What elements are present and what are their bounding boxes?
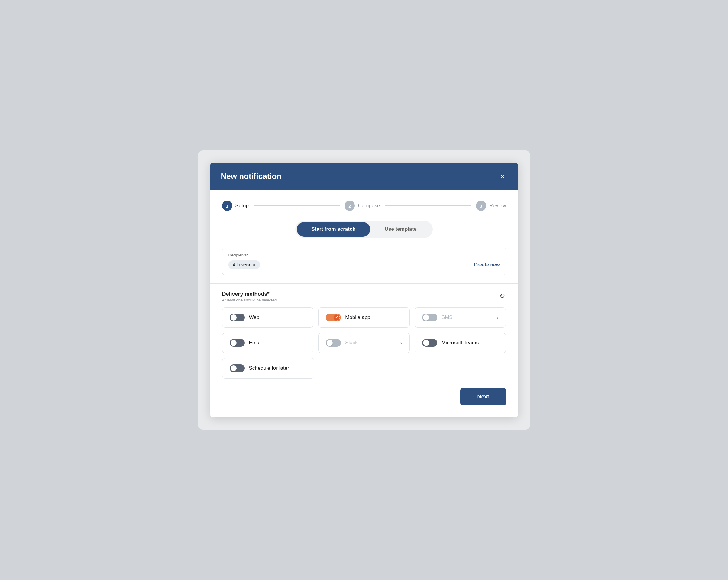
modal-body: 1 Setup 2 Compose 3 Review [210,190,518,418]
recipients-label: Recipients* [229,253,500,257]
delivery-label-slack: Slack [345,340,358,346]
step-2: 2 Compose [344,201,380,211]
delivery-label-microsoft-teams: Microsoft Teams [442,340,479,346]
schedule-row: Schedule for later [222,358,314,378]
delivery-label-sms: SMS [442,314,453,320]
toggle-web[interactable] [230,314,245,321]
toggle-mobile-app[interactable] [326,314,341,321]
toggle-sms[interactable] [422,314,437,321]
step-line-2 [385,205,471,206]
create-new-link[interactable]: Create new [474,262,499,268]
close-button[interactable]: × [498,171,507,181]
schedule-label: Schedule for later [249,365,289,371]
modal-wrapper: New notification × 1 Setup 2 Compose [198,151,530,429]
delivery-header-text: Delivery methods* At least one should be… [222,291,277,302]
delivery-methods-title: Delivery methods* [222,291,277,297]
delivery-label-email: Email [249,340,262,346]
delivery-card-sms: SMS › [415,307,506,328]
step-1: 1 Setup [222,201,249,211]
steps-indicator: 1 Setup 2 Compose 3 Review [222,201,506,211]
recipients-section: Recipients* All users ✕ Create new [222,248,506,275]
step-1-label: Setup [235,203,249,209]
tab-template-button[interactable]: Use template [370,222,431,237]
step-3-label: Review [489,203,506,209]
step-line-1 [254,205,340,206]
step-1-circle: 1 [222,201,232,211]
delivery-methods-subtitle: At least one should be selected [222,298,277,302]
section-divider [210,283,518,284]
step-3-circle: 3 [476,201,486,211]
delivery-header: Delivery methods* At least one should be… [222,291,506,302]
toggle-microsoft-teams[interactable] [422,339,437,347]
next-button[interactable]: Next [460,388,506,405]
step-3: 3 Review [476,201,506,211]
modal-footer: Next [222,388,506,405]
step-2-circle: 2 [344,201,355,211]
step-2-label: Compose [358,203,380,209]
slack-arrow-icon: › [400,340,402,346]
delivery-card-web: Web [222,307,314,328]
recipient-tag-remove-button[interactable]: ✕ [252,263,256,267]
tab-switcher: Start from scratch Use template [295,220,433,238]
tab-scratch-button[interactable]: Start from scratch [297,222,370,237]
refresh-button[interactable]: ↻ [498,291,506,301]
modal: New notification × 1 Setup 2 Compose [210,162,518,418]
delivery-card-slack: Slack › [318,333,410,353]
delivery-label-mobile-app: Mobile app [345,314,370,320]
toggle-email[interactable] [230,339,245,347]
modal-title: New notification [221,172,282,181]
toggle-slack[interactable] [326,339,341,347]
sms-arrow-icon: › [496,314,498,321]
modal-header: New notification × [210,162,518,190]
delivery-card-mobile-app: Mobile app [318,307,410,328]
delivery-grid: Web Mobile app [222,307,506,353]
recipient-tag-all-users: All users ✕ [229,260,260,269]
toggle-schedule[interactable] [230,364,245,372]
delivery-label-web: Web [249,314,260,320]
recipient-tag-label: All users [233,262,250,267]
recipients-row: All users ✕ Create new [229,260,500,269]
delivery-section: Delivery methods* At least one should be… [222,291,506,378]
delivery-card-email: Email [222,333,314,353]
delivery-card-microsoft-teams: Microsoft Teams [415,333,506,353]
